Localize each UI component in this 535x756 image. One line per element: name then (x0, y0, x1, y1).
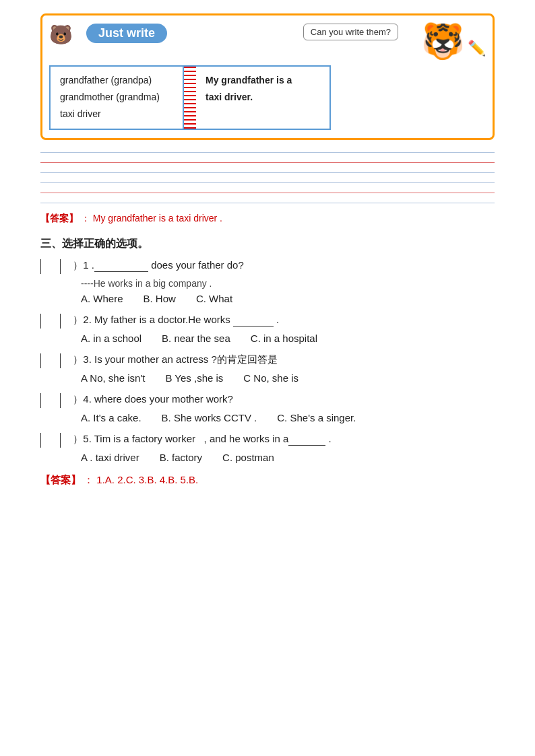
q2-bracket (40, 314, 61, 329)
writing-line-4 (40, 182, 495, 183)
q1-options: A. Where B. How C. What (81, 293, 495, 304)
just-write-header: 🐻 Just write Can you write them? 🐯✏️ (49, 24, 486, 59)
writing-lines (40, 152, 495, 203)
answer-colon-jw: ： (81, 213, 90, 224)
q1-option-c: C. What (196, 293, 232, 304)
q5-option-c: C. postman (222, 452, 274, 463)
final-answer-colon: ： (84, 474, 94, 485)
writing-line-2 (40, 162, 495, 163)
writing-line-1 (40, 152, 495, 153)
q1-option-b: B. How (144, 293, 176, 304)
writing-line-6 (40, 203, 495, 203)
just-write-label: Just write (86, 24, 167, 43)
q1-option-a: A. Where (81, 293, 123, 304)
vocab-sentence-2: taxi driver. (206, 89, 320, 106)
q4-bracket (40, 393, 61, 408)
q5-blank (288, 435, 325, 446)
final-answer-section3: 【答案】 ： 1.A. 2.C. 3.B. 4.B. 5.B. (40, 474, 495, 487)
q3-option-b: B Yes ,she is (165, 372, 223, 384)
bear-icon: 🐻 (49, 24, 73, 46)
question-row-5: ）5. Tim is a factory worker , and he wor… (40, 433, 495, 448)
just-write-section: 🐻 Just write Can you write them? 🐯✏️ gra… (40, 13, 495, 140)
q2-options: A. in a school B. near the sea C. in a h… (81, 333, 495, 344)
q2-blank (233, 316, 274, 327)
can-you-bubble: Can you write them? (303, 24, 398, 40)
q4-option-c: C. She's a singer. (277, 412, 356, 423)
q4-option-a: A. It's a cake. (81, 412, 141, 423)
vocab-item-2: grandmother (grandma) (60, 89, 173, 106)
q4-option-b: B. She works CCTV . (162, 412, 257, 423)
q3-option-a: A No, she isn't (81, 372, 145, 384)
writing-line-3 (40, 172, 495, 173)
question-row-3: ）3. Is your mother an actress ?的肯定回答是 (40, 353, 495, 368)
q1-text: ）1 . does your father do? (67, 259, 495, 272)
q1-bracket (40, 259, 61, 274)
q1-sub: ----He works in a big company . (81, 278, 495, 289)
answer-label-jw: 【答案】 (40, 213, 78, 224)
section3-title: 三、选择正确的选项。 (40, 237, 495, 251)
writing-line-5 (40, 193, 495, 193)
pencil-icon: ✏️ (468, 40, 486, 57)
q3-text: ）3. Is your mother an actress ?的肯定回答是 (67, 353, 495, 366)
q3-bracket (40, 353, 61, 368)
q1-blank (94, 261, 148, 272)
answer-text-jw: My grandfather is a taxi driver . (93, 213, 222, 224)
q2-option-c: C. in a hospital (251, 333, 317, 344)
just-write-inner: 🐻 Just write Can you write them? 🐯✏️ gra… (49, 24, 486, 130)
q5-option-b: B. factory (160, 452, 202, 463)
vocab-divider (184, 65, 196, 130)
question-row-1: ）1 . does your father do? (40, 259, 495, 274)
q2-option-a: A. in a school (81, 333, 141, 344)
vocab-left: grandfather (grandpa) grandmother (grand… (49, 65, 184, 130)
q3-options: A No, she isn't B Yes ,she is C No, she … (81, 372, 495, 384)
vocab-item-1: grandfather (grandpa) (60, 72, 173, 89)
mascot-icon: 🐯✏️ (421, 24, 486, 59)
just-write-answer: 【答案】 ： My grandfather is a taxi driver . (40, 213, 495, 225)
q5-options: A . taxi driver B. factory C. postman (81, 452, 495, 463)
q4-options: A. It's a cake. B. She works CCTV . C. S… (81, 412, 495, 423)
q5-bracket (40, 433, 61, 448)
vocab-table: grandfather (grandpa) grandmother (grand… (49, 65, 486, 130)
q4-text: ）4. where does your mother work? (67, 393, 495, 406)
vocab-right: My grandfather is a taxi driver. (196, 65, 331, 130)
q3-option-c: C No, she is (243, 372, 298, 384)
vocab-item-3: taxi driver (60, 106, 173, 123)
question-row-2: ）2. My father is a doctor.He works . (40, 314, 495, 329)
final-answer-label: 【答案】 (40, 474, 81, 485)
question-row-4: ）4. where does your mother work? (40, 393, 495, 408)
vocab-sentence-1: My grandfather is a (206, 72, 320, 89)
q5-text: ）5. Tim is a factory worker , and he wor… (67, 433, 495, 446)
q2-text: ）2. My father is a doctor.He works . (67, 314, 495, 327)
q5-option-a: A . taxi driver (81, 452, 139, 463)
final-answer-text: 1.A. 2.C. 3.B. 4.B. 5.B. (96, 474, 198, 485)
q2-option-b: B. near the sea (162, 333, 230, 344)
